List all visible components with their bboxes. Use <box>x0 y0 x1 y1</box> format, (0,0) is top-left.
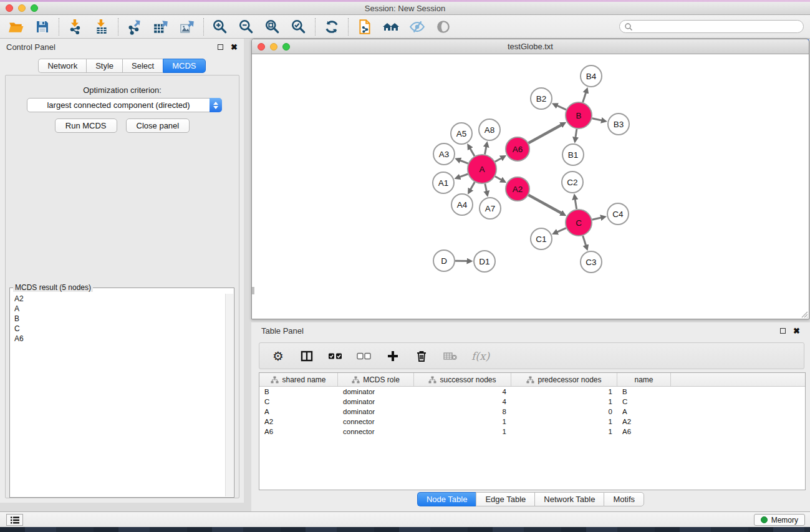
table-row[interactable]: Bdominator41B <box>259 387 805 397</box>
table-cell: 1 <box>511 398 617 405</box>
export-image-icon[interactable] <box>178 18 196 36</box>
hide-details-eye-icon[interactable] <box>408 18 426 36</box>
svg-text:B2: B2 <box>536 94 547 104</box>
float-panel-icon[interactable] <box>218 44 223 50</box>
zoom-in-icon[interactable] <box>211 18 229 36</box>
column-header-name[interactable]: name <box>617 373 671 386</box>
graph-node-A4[interactable]: A4 <box>451 194 473 215</box>
edge-B-B3 <box>592 118 601 120</box>
open-folder-icon[interactable] <box>7 18 25 36</box>
graph-node-B3[interactable]: B3 <box>608 114 629 135</box>
table-settings-gear-icon[interactable]: ⚙ <box>271 349 286 364</box>
mcds-result-item[interactable]: A <box>11 304 225 314</box>
memory-button[interactable]: Memory <box>754 514 805 526</box>
home-layout-icon[interactable] <box>382 18 400 36</box>
mcds-result-item[interactable]: C <box>11 324 225 334</box>
table-toolbar: ⚙ f(x) <box>259 342 804 369</box>
graph-node-C[interactable]: C <box>566 210 592 236</box>
table-panel-title: Table Panel <box>261 326 780 336</box>
svg-text:A: A <box>479 165 485 174</box>
mcds-result-item[interactable]: B <box>11 314 225 324</box>
network-canvas[interactable]: B4B2BB3A5A8A6A3B1AA1C2A2A4A7C4CC1C3DD1 <box>252 55 809 319</box>
graph-node-C4[interactable]: C4 <box>607 203 629 225</box>
zoom-selected-icon[interactable] <box>290 18 307 36</box>
graph-node-A6[interactable]: A6 <box>506 137 529 161</box>
resize-grip-icon[interactable] <box>799 309 808 318</box>
dropdown-selected-value: largest connected component (directed) <box>27 100 210 110</box>
graph-node-C1[interactable]: C1 <box>531 228 552 249</box>
table-float-icon[interactable] <box>780 328 786 334</box>
graph-node-C3[interactable]: C3 <box>581 251 602 273</box>
close-panel-icon[interactable]: ✖ <box>231 44 238 50</box>
memory-label: Memory <box>771 516 798 525</box>
graph-node-C2[interactable]: C2 <box>562 172 583 193</box>
graph-node-B2[interactable]: B2 <box>531 88 552 109</box>
control-panel-title: Control Panel <box>6 42 218 52</box>
optimization-criterion-dropdown[interactable]: largest connected component (directed) <box>27 98 222 112</box>
tab-network[interactable]: Network <box>38 59 86 73</box>
export-table-icon[interactable] <box>152 18 170 36</box>
clone-network-icon[interactable] <box>356 18 374 36</box>
tab-style[interactable]: Style <box>86 59 122 73</box>
tab-network-table[interactable]: Network Table <box>534 492 604 506</box>
close-panel-button[interactable]: Close panel <box>126 118 190 133</box>
refresh-icon[interactable] <box>323 18 340 36</box>
graph-node-A2[interactable]: A2 <box>506 177 529 201</box>
tab-edge-table[interactable]: Edge Table <box>476 492 534 506</box>
birds-eye-view-icon[interactable] <box>435 18 452 36</box>
tab-select[interactable]: Select <box>122 59 163 73</box>
delete-column-trash-icon[interactable] <box>414 349 429 364</box>
tab-motifs[interactable]: Motifs <box>604 492 644 506</box>
save-icon[interactable] <box>34 18 51 36</box>
mcds-result-list[interactable]: A2ABCA6 <box>11 294 225 496</box>
column-header-shared-name[interactable]: shared name <box>259 373 338 386</box>
zoom-fit-icon[interactable] <box>264 18 281 36</box>
mcds-result-item[interactable]: A6 <box>11 334 225 344</box>
graph-node-D1[interactable]: D1 <box>474 251 495 272</box>
table-cell: 8 <box>414 408 511 415</box>
mcds-result-item[interactable]: A2 <box>11 294 225 304</box>
import-network-icon[interactable] <box>67 18 84 36</box>
search-field[interactable] <box>619 20 804 33</box>
table-cell: C <box>617 398 671 405</box>
network-window-titlebar[interactable]: testGlobe.txt <box>252 39 809 54</box>
graph-node-A8[interactable]: A8 <box>479 119 500 140</box>
graph-node-A5[interactable]: A5 <box>451 123 472 144</box>
graph-node-A3[interactable]: A3 <box>433 143 455 165</box>
column-header-predecessor-nodes[interactable]: predecessor nodes <box>511 373 617 386</box>
table-cell: A2 <box>617 418 671 425</box>
export-network-icon[interactable] <box>126 18 143 36</box>
graph-node-B4[interactable]: B4 <box>581 65 602 87</box>
table-row[interactable]: A6connector11A6 <box>259 427 805 437</box>
deselect-all-icon[interactable] <box>357 349 372 364</box>
graph-node-A1[interactable]: A1 <box>433 172 454 193</box>
edge-B-B1 <box>576 129 577 138</box>
table-close-icon[interactable]: ✖ <box>793 328 800 334</box>
tab-node-table[interactable]: Node Table <box>417 492 476 506</box>
search-input[interactable] <box>633 22 803 32</box>
table-cell: A2 <box>259 418 338 425</box>
graph-node-A7[interactable]: A7 <box>480 198 501 219</box>
svg-text:A2: A2 <box>513 185 523 194</box>
app-titlebar[interactable]: Session: New Session <box>0 2 810 15</box>
graph-node-B[interactable]: B <box>566 102 592 128</box>
table-row[interactable]: A2connector11A2 <box>259 417 805 427</box>
edge-A-A1 <box>460 174 468 177</box>
table-row[interactable]: Adominator80A <box>259 407 805 417</box>
add-column-icon[interactable] <box>385 349 400 364</box>
table-row[interactable]: Cdominator41C <box>259 397 805 407</box>
run-mcds-button[interactable]: Run MCDS <box>55 118 117 133</box>
tab-mcds[interactable]: MCDS <box>163 59 205 73</box>
result-list-scrollbar[interactable] <box>225 294 233 496</box>
app-title: Session: New Session <box>0 4 810 13</box>
zoom-out-icon[interactable] <box>238 18 255 36</box>
column-header-successor-nodes[interactable]: successor nodes <box>414 373 511 386</box>
import-table-icon[interactable] <box>93 18 110 36</box>
graph-node-A[interactable]: A <box>468 155 496 183</box>
task-history-button[interactable] <box>6 514 23 526</box>
select-all-icon[interactable] <box>328 349 343 364</box>
column-header-MCDS-role[interactable]: MCDS role <box>338 373 414 386</box>
graph-node-D[interactable]: D <box>433 250 455 271</box>
column-layout-icon[interactable] <box>299 349 314 364</box>
graph-node-B1[interactable]: B1 <box>562 144 584 165</box>
